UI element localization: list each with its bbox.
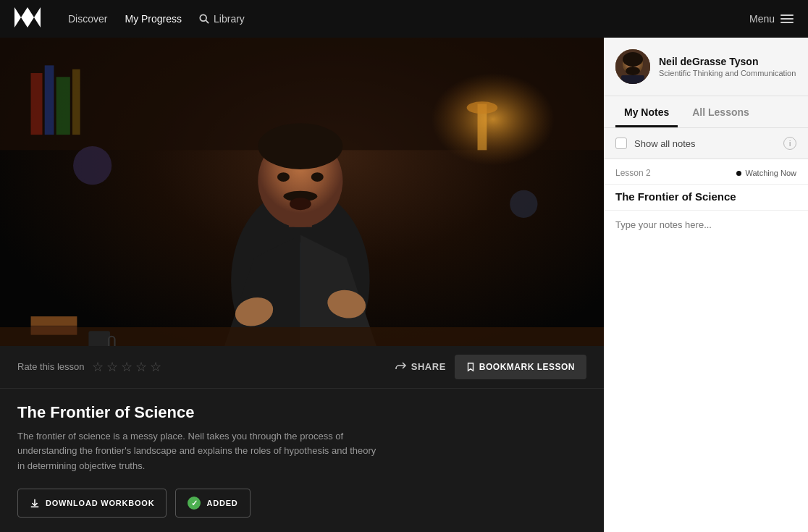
- instructor-name: Neil deGrasse Tyson: [659, 56, 796, 67]
- menu-label: Menu: [749, 13, 775, 25]
- download-label: DOWNLOAD WORKBOOK: [46, 499, 154, 507]
- svg-rect-25: [72, 69, 80, 135]
- rate-section: Rate this lesson ☆ ☆ ☆ ☆ ☆: [17, 359, 161, 375]
- share-label: SHARE: [411, 361, 446, 372]
- lesson-notes-container: Lesson 2 Watching Now The Frontier of Sc…: [604, 159, 808, 532]
- show-all-label: Show all notes: [634, 138, 696, 149]
- instructor-course: Scientific Thinking and Communication: [659, 69, 796, 77]
- svg-rect-30: [31, 316, 77, 326]
- lesson-info: The Frontier of Science The frontier of …: [0, 389, 604, 532]
- nav-discover[interactable]: Discover: [61, 9, 114, 29]
- watching-now: Watching Now: [736, 169, 796, 177]
- svg-point-4: [432, 73, 555, 166]
- download-workbook-button[interactable]: DOWNLOAD WORKBOOK: [17, 489, 167, 518]
- rate-label: Rate this lesson: [17, 361, 85, 372]
- star-2[interactable]: ☆: [106, 359, 118, 375]
- hamburger-icon: [780, 14, 794, 23]
- check-icon: ✓: [188, 497, 201, 510]
- sidebar: Neil deGrasse Tyson Scientific Thinking …: [604, 38, 808, 532]
- svg-line-1: [206, 20, 209, 23]
- bookmark-button[interactable]: BOOKMARK LESSON: [455, 355, 586, 379]
- lesson-buttons: DOWNLOAD WORKBOOK ✓ ADDED: [17, 489, 586, 518]
- svg-rect-27: [88, 331, 110, 345]
- tab-all-lessons[interactable]: All Lessons: [683, 96, 758, 127]
- notes-tabs: My Notes All Lessons: [604, 96, 808, 128]
- logo[interactable]: [14, 7, 41, 30]
- svg-point-17: [277, 172, 290, 182]
- added-label: ADDED: [206, 499, 237, 507]
- video-controls-bar: Rate this lesson ☆ ☆ ☆ ☆ ☆ SHARE: [0, 346, 604, 389]
- nav-library[interactable]: Library: [214, 13, 245, 25]
- info-icon[interactable]: i: [783, 137, 796, 150]
- instructor-info: Neil deGrasse Tyson Scientific Thinking …: [659, 56, 796, 77]
- dot-icon: [736, 171, 741, 176]
- bookmark-label: BOOKMARK LESSON: [479, 362, 575, 372]
- navbar: Discover My Progress Library Menu: [0, 0, 808, 38]
- svg-point-0: [200, 14, 206, 21]
- instructor-header: Neil deGrasse Tyson Scientific Thinking …: [604, 38, 808, 96]
- star-4[interactable]: ☆: [135, 359, 147, 375]
- video-area: Rate this lesson ☆ ☆ ☆ ☆ ☆ SHARE: [0, 38, 604, 532]
- added-button[interactable]: ✓ ADDED: [175, 489, 250, 518]
- lesson-notes-header: Lesson 2 Watching Now: [604, 159, 808, 185]
- video-player[interactable]: [0, 38, 604, 346]
- svg-rect-35: [621, 75, 644, 84]
- share-button[interactable]: SHARE: [395, 361, 446, 372]
- tab-my-notes[interactable]: My Notes: [615, 96, 678, 127]
- nav-links: Discover My Progress Library: [61, 9, 749, 29]
- svg-rect-23: [45, 65, 54, 135]
- svg-rect-24: [56, 77, 70, 135]
- video-scene: [0, 38, 604, 346]
- avatar-image: [615, 49, 650, 84]
- svg-point-15: [258, 123, 342, 169]
- svg-point-21: [510, 190, 537, 218]
- nav-menu[interactable]: Menu: [749, 13, 794, 25]
- lesson-title: The Frontier of Science: [17, 403, 586, 422]
- notes-lesson-title: The Frontier of Science: [604, 185, 808, 211]
- star-5[interactable]: ☆: [150, 359, 161, 375]
- svg-point-6: [467, 101, 498, 114]
- svg-point-19: [290, 198, 311, 210]
- star-3[interactable]: ☆: [121, 359, 132, 375]
- lesson-description: The frontier of science is a messy place…: [17, 429, 379, 474]
- show-all-row: Show all notes i: [604, 128, 808, 159]
- show-all-left: Show all notes: [615, 138, 696, 149]
- nav-search[interactable]: Library: [192, 9, 252, 29]
- video-actions: SHARE BOOKMARK LESSON: [395, 355, 586, 379]
- main-layout: Rate this lesson ☆ ☆ ☆ ☆ ☆ SHARE: [0, 38, 808, 532]
- svg-rect-29: [31, 326, 77, 335]
- star-rating[interactable]: ☆ ☆ ☆ ☆ ☆: [92, 359, 161, 375]
- watching-now-label: Watching Now: [745, 169, 796, 177]
- svg-point-20: [73, 146, 111, 185]
- svg-rect-22: [31, 73, 43, 135]
- svg-point-33: [623, 52, 643, 67]
- avatar: [615, 49, 650, 84]
- notes-textarea[interactable]: [604, 211, 808, 532]
- svg-point-34: [626, 67, 640, 75]
- lesson-number: Lesson 2: [615, 168, 651, 178]
- star-1[interactable]: ☆: [92, 359, 104, 375]
- show-all-checkbox[interactable]: [615, 138, 627, 149]
- svg-point-18: [311, 172, 324, 182]
- nav-my-progress[interactable]: My Progress: [117, 9, 189, 29]
